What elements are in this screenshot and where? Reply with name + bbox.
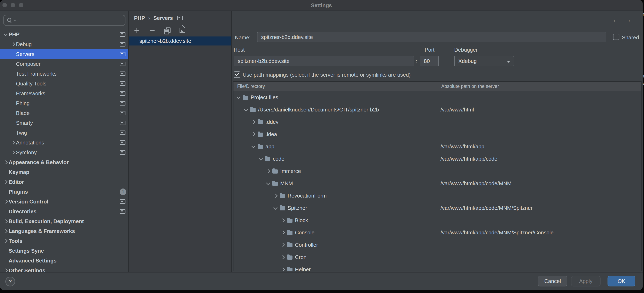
apply-button[interactable]: Apply	[571, 276, 600, 286]
sidebar-item-blade[interactable]: Blade	[0, 108, 128, 118]
sidebar-item-version-control[interactable]: Version Control	[0, 197, 128, 206]
chevron-right-icon[interactable]	[266, 169, 270, 173]
tree-row-immerce[interactable]: Immerce	[234, 165, 641, 177]
tree-row-project-root[interactable]: /Users/danielknudsen/Documents/GIT/spitz…	[234, 104, 641, 116]
chevron-right-icon[interactable]	[281, 218, 285, 222]
chevron-down-icon[interactable]	[274, 206, 278, 210]
use-path-mappings-checkbox[interactable]	[234, 71, 240, 78]
chevron-right-icon[interactable]	[281, 255, 285, 259]
sidebar-item-php[interactable]: PHP	[0, 30, 128, 39]
chevron-right-icon[interactable]	[4, 180, 8, 184]
chevron-right-icon[interactable]	[4, 239, 8, 243]
settings-page-icon	[120, 140, 126, 145]
sidebar-item-keymap[interactable]: Keymap	[0, 167, 128, 177]
tree-row-block[interactable]: Block	[234, 214, 641, 226]
background-window-fragment: M	[643, 12, 644, 17]
remove-server-button[interactable]	[149, 27, 155, 34]
search-options-caret-icon[interactable]	[14, 20, 16, 21]
chevron-down-icon[interactable]	[4, 32, 8, 36]
chevron-down-icon[interactable]	[259, 156, 263, 160]
column-divider[interactable]	[438, 82, 438, 91]
server-list-item[interactable]: spitzner-b2b.ddev.site	[129, 36, 231, 46]
sidebar-item-composer[interactable]: Composer	[0, 59, 128, 69]
import-server-button[interactable]	[179, 27, 186, 34]
sidebar-item-editor[interactable]: Editor	[0, 177, 128, 187]
folder-icon	[280, 194, 285, 198]
back-arrow-icon[interactable]: ←	[612, 16, 618, 23]
search-input[interactable]	[16, 17, 122, 24]
chevron-down-icon[interactable]	[251, 144, 256, 148]
folder-icon	[258, 132, 263, 137]
sidebar-item-debug[interactable]: Debug	[0, 39, 128, 49]
port-input[interactable]	[420, 56, 439, 66]
sidebar-item-quality-tools[interactable]: Quality Tools	[0, 79, 128, 88]
server-name-input[interactable]	[257, 32, 606, 42]
sidebar-item-phing[interactable]: Phing	[0, 98, 128, 108]
tree-row-helper[interactable]: Helper	[234, 263, 641, 271]
chevron-right-icon[interactable]	[281, 243, 285, 247]
chevron-right-icon[interactable]	[274, 194, 278, 198]
ok-button[interactable]: OK	[608, 276, 636, 286]
folder-icon	[243, 96, 248, 100]
sidebar-item-settings-sync[interactable]: Settings Sync	[0, 246, 128, 256]
background-window-fragment: s	[643, 74, 644, 79]
sidebar-item-frameworks[interactable]: Frameworks	[0, 88, 128, 98]
shared-checkbox[interactable]	[613, 34, 620, 40]
sidebar-item-symfony[interactable]: Symfony	[0, 148, 128, 157]
chevron-down-icon[interactable]	[236, 95, 241, 99]
sidebar-item-advanced-settings[interactable]: Advanced Settings	[0, 256, 128, 266]
copy-server-button[interactable]	[164, 27, 170, 34]
sidebar-item-twig[interactable]: Twig	[0, 128, 128, 138]
chevron-right-icon[interactable]	[11, 140, 15, 145]
forward-arrow-icon[interactable]: →	[625, 16, 631, 23]
help-button[interactable]: ?	[5, 276, 15, 286]
tree-row-code[interactable]: code/var/www/html/app/code	[234, 153, 641, 165]
sidebar-item-plugins[interactable]: Plugins1	[0, 187, 128, 197]
chevron-down-icon[interactable]	[244, 107, 248, 111]
chevron-right-icon[interactable]	[4, 160, 8, 164]
tree-row-mnm[interactable]: MNM/var/www/html/app/code/MNM	[234, 177, 641, 190]
chevron-right-icon[interactable]	[4, 219, 8, 223]
chevron-right-icon[interactable]	[281, 230, 285, 234]
chevron-down-icon[interactable]	[266, 181, 270, 185]
breadcrumb-php[interactable]: PHP	[134, 15, 145, 21]
chevron-right-icon[interactable]	[11, 150, 15, 154]
sidebar-item-directories[interactable]: Directories	[0, 206, 128, 216]
add-server-button[interactable]	[134, 27, 140, 34]
settings-search-box[interactable]	[3, 15, 126, 26]
sidebar-item-smarty[interactable]: Smarty	[0, 118, 128, 128]
tree-row-app[interactable]: app/var/www/html/app	[234, 140, 641, 153]
settings-page-icon	[120, 130, 126, 135]
debugger-select[interactable]: Xdebug	[454, 56, 514, 66]
chevron-right-icon[interactable]	[251, 120, 256, 124]
settings-page-icon	[120, 62, 126, 66]
sidebar-item-annotations[interactable]: Annotations	[0, 138, 128, 148]
sidebar-item-appearance-behavior[interactable]: Appearance & Behavior	[0, 157, 128, 167]
cancel-button[interactable]: Cancel	[538, 276, 567, 286]
sidebar-item-languages-frameworks[interactable]: Languages & Frameworks	[0, 226, 128, 236]
tree-row-console[interactable]: Console/var/www/html/app/code/MNM/Spitzn…	[234, 226, 641, 239]
column-header-absolute-path: Absolute path on the server	[441, 82, 499, 91]
tree-row-cron[interactable]: Cron	[234, 251, 641, 263]
chevron-right-icon[interactable]	[11, 42, 15, 46]
folder-icon	[272, 170, 278, 174]
tree-row-revocationform[interactable]: RevocationForm	[234, 190, 641, 202]
sidebar-item-tools[interactable]: Tools	[0, 236, 128, 246]
chevron-right-icon[interactable]	[281, 268, 285, 271]
sidebar-item-build-execution-deployment[interactable]: Build, Execution, Deployment	[0, 216, 128, 226]
tree-row-spitzner[interactable]: Spitzner/var/www/html/app/code/MNM/Spitz…	[234, 202, 641, 214]
dialog-footer: ? Cancel Apply OK	[0, 272, 643, 290]
tree-row-ddev[interactable]: .ddev	[234, 116, 641, 128]
chevron-right-icon[interactable]	[251, 132, 256, 136]
shared-label: Shared	[622, 34, 639, 41]
sidebar-item-servers[interactable]: Servers	[0, 49, 128, 59]
host-port-separator: :	[416, 58, 417, 64]
chevron-right-icon[interactable]	[4, 200, 8, 204]
tree-row-project-files[interactable]: Project files	[234, 91, 641, 104]
sidebar-item-other-settings[interactable]: Other Settings	[0, 266, 128, 272]
host-input[interactable]	[234, 56, 414, 66]
tree-row-controller[interactable]: Controller	[234, 239, 641, 251]
tree-row-idea[interactable]: .idea	[234, 128, 641, 140]
chevron-right-icon[interactable]	[4, 229, 8, 233]
sidebar-item-test-frameworks[interactable]: Test Frameworks	[0, 69, 128, 79]
